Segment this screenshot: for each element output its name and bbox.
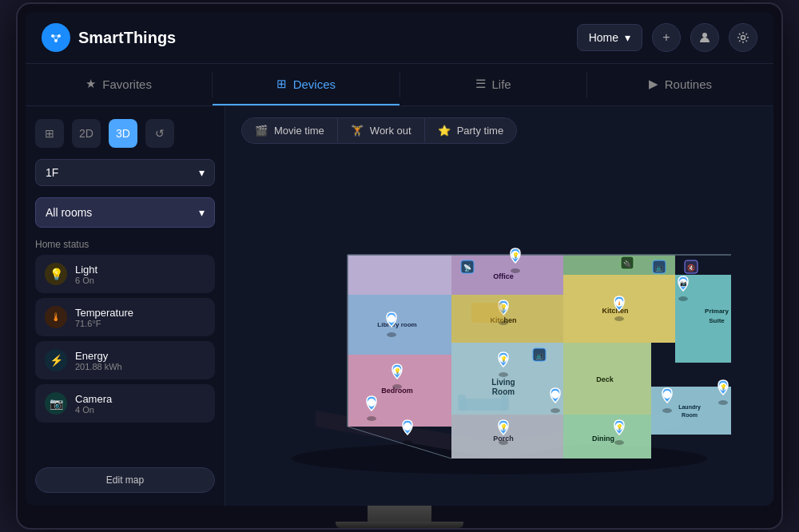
svg-text:Living: Living — [491, 378, 515, 387]
favorites-icon: ★ — [85, 77, 96, 91]
energy-status-item[interactable]: ⚡ Energy 201.88 kWh — [35, 341, 215, 379]
svg-text:💡: 💡 — [394, 367, 401, 375]
workout-icon: 🏋 — [351, 125, 364, 137]
life-icon: ☰ — [475, 77, 486, 91]
movie-icon: 🎬 — [255, 125, 268, 137]
svg-point-74 — [718, 400, 728, 405]
light-status-text: Light 6 On — [75, 264, 97, 285]
movie-time-button[interactable]: 🎬 Movie time — [242, 118, 337, 143]
svg-point-79 — [367, 416, 376, 421]
profile-button[interactable] — [690, 23, 719, 52]
camera-label: Camera — [75, 393, 112, 405]
svg-text:💡: 💡 — [512, 252, 519, 259]
svg-text:Office: Office — [493, 272, 514, 280]
light-status-item[interactable]: 💡 Light 6 On — [35, 255, 215, 293]
header: SmartThings Home ▾ + — [26, 12, 773, 64]
svg-point-69 — [614, 440, 624, 445]
tv-frame: SmartThings Home ▾ + — [16, 2, 783, 530]
tab-favorites[interactable]: ★ Favorites — [26, 64, 212, 105]
temperature-status-text: Temperature 71.6°F — [75, 307, 133, 328]
svg-point-59 — [678, 296, 688, 301]
svg-text:Library room: Library room — [377, 321, 416, 328]
svg-point-77 — [403, 440, 412, 445]
light-value: 6 On — [75, 276, 97, 285]
light-status-icon: 💡 — [45, 263, 67, 285]
app-name: SmartThings — [78, 29, 176, 47]
svg-text:📷: 📷 — [680, 280, 687, 287]
reset-view-button[interactable]: ↺ — [145, 119, 174, 148]
sidebar: ⊞ 2D 3D ↺ 1F ▾ All rooms ▾ Home status — [26, 106, 225, 506]
svg-point-83 — [511, 268, 520, 273]
svg-text:💡: 💡 — [500, 355, 507, 363]
energy-value: 201.88 kWh — [75, 362, 122, 371]
light-label: Light — [75, 264, 97, 276]
svg-point-65 — [387, 332, 396, 337]
svg-point-7 — [702, 33, 707, 38]
temperature-label: Temperature — [75, 307, 133, 319]
chevron-down-icon: ▾ — [625, 31, 630, 44]
svg-point-78 — [403, 423, 411, 431]
svg-point-73 — [663, 391, 671, 399]
svg-marker-26 — [348, 255, 451, 295]
svg-point-8 — [741, 36, 745, 40]
svg-text:Room: Room — [682, 412, 698, 418]
energy-status-text: Energy 201.88 kWh — [75, 350, 122, 371]
svg-text:Dining: Dining — [592, 435, 614, 443]
header-right: Home ▾ + — [577, 23, 757, 52]
edit-map-button[interactable]: Edit map — [35, 467, 215, 493]
svg-point-80 — [368, 399, 376, 407]
camera-value: 4 On — [75, 405, 112, 415]
logo-area: SmartThings — [42, 23, 577, 52]
svg-text:🔇: 🔇 — [687, 264, 695, 272]
floor-label: 1F — [46, 166, 58, 179]
room-label: All rooms — [46, 206, 92, 219]
smartthings-logo-icon — [42, 23, 70, 52]
main-content: ⊞ 2D 3D ↺ 1F ▾ All rooms ▾ Home status — [26, 106, 773, 506]
camera-status-text: Camera 4 On — [75, 393, 112, 415]
party-icon: ⭐ — [438, 125, 451, 137]
svg-point-62 — [614, 316, 624, 321]
tv-screen: SmartThings Home ▾ + — [26, 12, 773, 506]
devices-icon: ⊞ — [276, 77, 287, 91]
grid-view-button[interactable]: ⊞ — [35, 119, 64, 148]
svg-text:🌡: 🌡 — [617, 300, 622, 306]
settings-button[interactable] — [729, 23, 757, 52]
home-selector[interactable]: Home ▾ — [577, 24, 642, 51]
svg-point-0 — [48, 30, 64, 46]
tab-devices[interactable]: ⊞ Devices — [213, 64, 399, 105]
room-chevron-icon: ▾ — [199, 206, 205, 219]
svg-text:Suite: Suite — [709, 317, 725, 324]
svg-text:📺: 📺 — [535, 351, 543, 359]
svg-rect-94 — [501, 395, 509, 411]
party-time-button[interactable]: ⭐ Party time — [425, 118, 517, 143]
temperature-value: 71.6°F — [75, 319, 133, 328]
3d-view-button[interactable]: 3D — [109, 119, 137, 148]
map-toolbar: 🎬 Movie time 🏋 Work out ⭐ Party time — [225, 106, 773, 155]
temperature-status-icon: 🌡 — [45, 306, 67, 328]
camera-status-item[interactable]: 📷 Camera 4 On — [35, 384, 215, 423]
svg-point-68 — [551, 391, 559, 399]
svg-text:💡: 💡 — [720, 383, 727, 391]
svg-text:Kitchen: Kitchen — [602, 307, 628, 315]
workout-button[interactable]: 🏋 Work out — [338, 118, 424, 143]
status-items-list: 💡 Light 6 On 🌡 Temperature 71.6°F — [35, 255, 215, 423]
tab-life[interactable]: ☰ Life — [400, 64, 586, 105]
temperature-status-item[interactable]: 🌡 Temperature 71.6°F — [35, 298, 215, 336]
nav-tabs: ★ Favorites ⊞ Devices ☰ Life ▶ Routines — [26, 64, 773, 106]
camera-status-icon: 📷 — [45, 392, 67, 415]
svg-text:🔌: 🔌 — [623, 260, 631, 268]
tab-routines[interactable]: ▶ Routines — [587, 64, 773, 105]
floor-selector[interactable]: 1F ▾ — [35, 159, 215, 186]
svg-text:💡: 💡 — [500, 423, 507, 431]
home-status-section: Home status 💡 Light 6 On 🌡 — [35, 239, 215, 423]
map-area: 🎬 Movie time 🏋 Work out ⭐ Party time — [225, 106, 773, 506]
svg-point-66 — [388, 315, 396, 323]
svg-point-48 — [392, 384, 402, 389]
svg-text:Deck: Deck — [596, 375, 614, 383]
floorplan-svg: Living Room Kitchen Library room Kitchen — [268, 187, 731, 474]
svg-text:Primary: Primary — [705, 308, 729, 315]
add-button[interactable]: + — [652, 23, 681, 52]
2d-view-button[interactable]: 2D — [72, 119, 101, 148]
room-selector[interactable]: All rooms ▾ — [35, 197, 215, 228]
home-status-title: Home status — [35, 239, 215, 250]
